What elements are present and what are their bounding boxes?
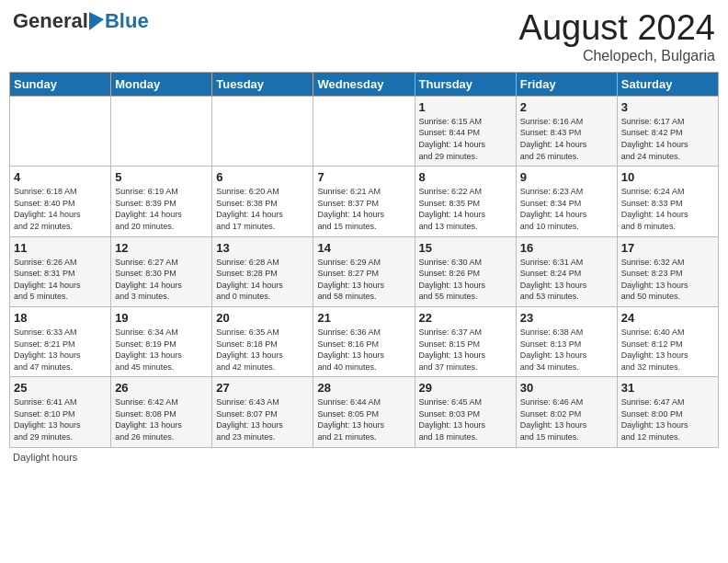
day-number: 1 (419, 100, 512, 114)
calendar-header-row: SundayMondayTuesdayWednesdayThursdayFrid… (10, 72, 719, 96)
calendar-cell: 5Sunrise: 6:19 AM Sunset: 8:39 PM Daylig… (111, 167, 212, 236)
calendar-cell: 15Sunrise: 6:30 AM Sunset: 8:26 PM Dayli… (415, 236, 516, 306)
calendar-week-row: 11Sunrise: 6:26 AM Sunset: 8:31 PM Dayli… (10, 236, 719, 306)
day-info: Sunrise: 6:32 AM Sunset: 8:23 PM Dayligh… (621, 257, 714, 303)
day-info: Sunrise: 6:16 AM Sunset: 8:43 PM Dayligh… (520, 116, 613, 162)
svg-marker-0 (89, 12, 104, 30)
day-number: 31 (621, 381, 714, 395)
day-number: 18 (14, 311, 107, 325)
day-number: 3 (621, 100, 714, 114)
logo-blue-text: Blue (105, 9, 149, 33)
day-info: Sunrise: 6:26 AM Sunset: 8:31 PM Dayligh… (14, 257, 107, 303)
day-info: Sunrise: 6:27 AM Sunset: 8:30 PM Dayligh… (115, 257, 208, 303)
day-info: Sunrise: 6:24 AM Sunset: 8:33 PM Dayligh… (621, 186, 714, 232)
calendar-cell (111, 96, 212, 166)
calendar-cell: 20Sunrise: 6:35 AM Sunset: 8:18 PM Dayli… (212, 306, 313, 376)
calendar-week-row: 25Sunrise: 6:41 AM Sunset: 8:10 PM Dayli… (10, 377, 719, 447)
calendar-header-tuesday: Tuesday (212, 72, 313, 96)
calendar-cell: 2Sunrise: 6:16 AM Sunset: 8:43 PM Daylig… (516, 96, 617, 166)
day-info: Sunrise: 6:42 AM Sunset: 8:08 PM Dayligh… (115, 396, 208, 442)
calendar-cell: 26Sunrise: 6:42 AM Sunset: 8:08 PM Dayli… (111, 377, 212, 447)
month-title: August 2024 (519, 9, 715, 48)
calendar-cell: 11Sunrise: 6:26 AM Sunset: 8:31 PM Dayli… (10, 236, 111, 306)
calendar-cell: 19Sunrise: 6:34 AM Sunset: 8:19 PM Dayli… (111, 306, 212, 376)
day-number: 4 (14, 170, 107, 184)
day-number: 23 (520, 311, 613, 325)
calendar-cell: 25Sunrise: 6:41 AM Sunset: 8:10 PM Dayli… (10, 377, 111, 447)
day-info: Sunrise: 6:38 AM Sunset: 8:13 PM Dayligh… (520, 327, 613, 373)
day-number: 2 (520, 100, 613, 114)
calendar-header-saturday: Saturday (617, 72, 718, 96)
location-subtitle: Chelopech, Bulgaria (519, 48, 715, 64)
day-info: Sunrise: 6:40 AM Sunset: 8:12 PM Dayligh… (621, 327, 714, 373)
day-info: Sunrise: 6:36 AM Sunset: 8:16 PM Dayligh… (317, 327, 410, 373)
calendar-cell (313, 96, 415, 166)
calendar-cell: 31Sunrise: 6:47 AM Sunset: 8:00 PM Dayli… (617, 377, 718, 447)
day-number: 25 (14, 381, 107, 395)
day-number: 6 (216, 170, 309, 184)
calendar-cell: 13Sunrise: 6:28 AM Sunset: 8:28 PM Dayli… (212, 236, 313, 306)
calendar-cell: 28Sunrise: 6:44 AM Sunset: 8:05 PM Dayli… (313, 377, 415, 447)
calendar-week-row: 18Sunrise: 6:33 AM Sunset: 8:21 PM Dayli… (10, 306, 719, 376)
calendar-cell: 12Sunrise: 6:27 AM Sunset: 8:30 PM Dayli… (111, 236, 212, 306)
day-info: Sunrise: 6:30 AM Sunset: 8:26 PM Dayligh… (419, 257, 512, 303)
calendar-cell: 24Sunrise: 6:40 AM Sunset: 8:12 PM Dayli… (617, 306, 718, 376)
day-number: 30 (520, 381, 613, 395)
calendar-week-row: 4Sunrise: 6:18 AM Sunset: 8:40 PM Daylig… (10, 167, 719, 236)
day-number: 17 (621, 241, 714, 255)
calendar-cell: 8Sunrise: 6:22 AM Sunset: 8:35 PM Daylig… (415, 167, 516, 236)
day-number: 22 (419, 311, 512, 325)
calendar-cell (212, 96, 313, 166)
day-number: 10 (621, 170, 714, 184)
day-number: 12 (115, 241, 208, 255)
day-info: Sunrise: 6:35 AM Sunset: 8:18 PM Dayligh… (216, 327, 309, 373)
day-info: Sunrise: 6:47 AM Sunset: 8:00 PM Dayligh… (621, 396, 714, 442)
day-number: 8 (419, 170, 512, 184)
day-info: Sunrise: 6:29 AM Sunset: 8:27 PM Dayligh… (317, 257, 410, 303)
day-info: Sunrise: 6:15 AM Sunset: 8:44 PM Dayligh… (419, 116, 512, 162)
day-info: Sunrise: 6:28 AM Sunset: 8:28 PM Dayligh… (216, 257, 309, 303)
day-info: Sunrise: 6:37 AM Sunset: 8:15 PM Dayligh… (419, 327, 512, 373)
day-info: Sunrise: 6:44 AM Sunset: 8:05 PM Dayligh… (317, 396, 410, 442)
day-info: Sunrise: 6:23 AM Sunset: 8:34 PM Dayligh… (520, 186, 613, 232)
day-number: 28 (317, 381, 410, 395)
calendar-cell: 27Sunrise: 6:43 AM Sunset: 8:07 PM Dayli… (212, 377, 313, 447)
calendar-cell (10, 96, 111, 166)
day-number: 29 (419, 381, 512, 395)
day-info: Sunrise: 6:21 AM Sunset: 8:37 PM Dayligh… (317, 186, 410, 232)
calendar-cell: 6Sunrise: 6:20 AM Sunset: 8:38 PM Daylig… (212, 167, 313, 236)
day-info: Sunrise: 6:34 AM Sunset: 8:19 PM Dayligh… (115, 327, 208, 373)
day-number: 26 (115, 381, 208, 395)
calendar-cell: 17Sunrise: 6:32 AM Sunset: 8:23 PM Dayli… (617, 236, 718, 306)
page-header: General Blue August 2024 Chelopech, Bulg… (9, 9, 719, 64)
day-number: 5 (115, 170, 208, 184)
day-number: 7 (317, 170, 410, 184)
day-number: 11 (14, 241, 107, 255)
day-number: 20 (216, 311, 309, 325)
day-number: 19 (115, 311, 208, 325)
day-number: 14 (317, 241, 410, 255)
day-info: Sunrise: 6:31 AM Sunset: 8:24 PM Dayligh… (520, 257, 613, 303)
calendar-header-friday: Friday (516, 72, 617, 96)
day-info: Sunrise: 6:33 AM Sunset: 8:21 PM Dayligh… (14, 327, 107, 373)
calendar-cell: 3Sunrise: 6:17 AM Sunset: 8:42 PM Daylig… (617, 96, 718, 166)
day-info: Sunrise: 6:17 AM Sunset: 8:42 PM Dayligh… (621, 116, 714, 162)
calendar-table: SundayMondayTuesdayWednesdayThursdayFrid… (9, 72, 719, 448)
footnote: Daylight hours (9, 452, 719, 463)
calendar-header-sunday: Sunday (10, 72, 111, 96)
day-info: Sunrise: 6:20 AM Sunset: 8:38 PM Dayligh… (216, 186, 309, 232)
day-info: Sunrise: 6:22 AM Sunset: 8:35 PM Dayligh… (419, 186, 512, 232)
day-info: Sunrise: 6:18 AM Sunset: 8:40 PM Dayligh… (14, 186, 107, 232)
day-info: Sunrise: 6:46 AM Sunset: 8:02 PM Dayligh… (520, 396, 613, 442)
day-number: 15 (419, 241, 512, 255)
day-number: 24 (621, 311, 714, 325)
calendar-cell: 4Sunrise: 6:18 AM Sunset: 8:40 PM Daylig… (10, 167, 111, 236)
day-number: 27 (216, 381, 309, 395)
logo-icon (89, 12, 104, 30)
day-number: 13 (216, 241, 309, 255)
calendar-cell: 9Sunrise: 6:23 AM Sunset: 8:34 PM Daylig… (516, 167, 617, 236)
day-info: Sunrise: 6:43 AM Sunset: 8:07 PM Dayligh… (216, 396, 309, 442)
day-info: Sunrise: 6:45 AM Sunset: 8:03 PM Dayligh… (419, 396, 512, 442)
title-block: August 2024 Chelopech, Bulgaria (519, 9, 715, 64)
day-info: Sunrise: 6:41 AM Sunset: 8:10 PM Dayligh… (14, 396, 107, 442)
